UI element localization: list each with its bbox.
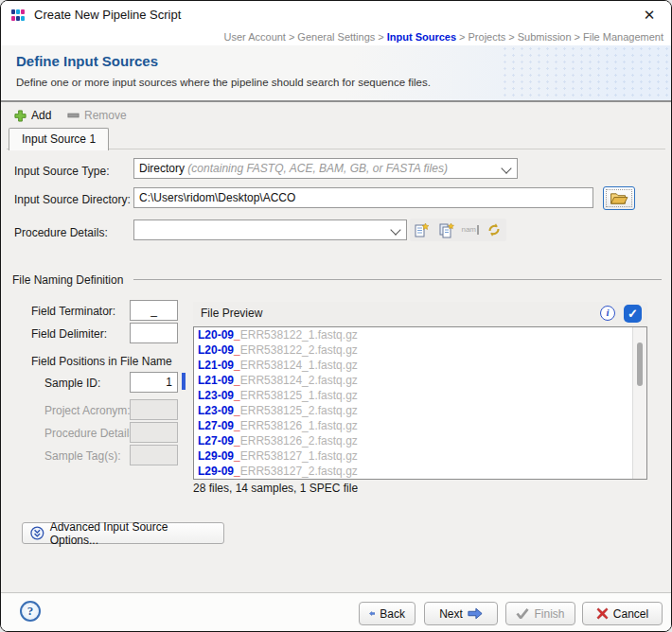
breadcrumb-item-current: Input Sources: [387, 31, 456, 43]
arrow-right-icon: [468, 607, 483, 620]
breadcrumb-separator: >: [378, 31, 383, 43]
breadcrumb-separator: >: [459, 31, 465, 43]
back-button-label: Back: [380, 607, 405, 621]
page-subtitle: Define one or more input sources where t…: [16, 77, 431, 88]
app-icon: [10, 8, 26, 23]
procedure-details-position-field: [130, 422, 178, 443]
file-row[interactable]: L20-09_ERR538122_1.fastq.gz: [194, 327, 646, 342]
combobox-value: Directory: [139, 162, 185, 175]
input-source-type-label: Input Source Type:: [14, 165, 110, 178]
help-icon[interactable]: ?: [20, 601, 41, 622]
tab-input-source-1[interactable]: Input Source 1: [9, 128, 109, 150]
title-bar: Create New Pipeline Script ✕: [1, 1, 671, 29]
file-row[interactable]: L27-09_ERR538126_2.fastq.gz: [194, 433, 646, 448]
cancel-button[interactable]: Cancel: [582, 602, 663, 625]
file-preview-checkbox[interactable]: ✓: [624, 305, 642, 323]
plus-icon: [14, 110, 27, 122]
copy-document-button[interactable]: [435, 220, 456, 239]
file-preview-title: File Preview: [201, 307, 262, 320]
file-row[interactable]: L21-09_ERR538124_2.fastq.gz: [194, 373, 646, 388]
arrow-left-icon: [369, 607, 375, 620]
breadcrumb-separator: >: [289, 31, 294, 43]
breadcrumb-separator: >: [508, 31, 514, 43]
breadcrumb-item: Projects: [469, 31, 506, 43]
field-positions-title: Field Positions in File Name: [31, 355, 172, 368]
breadcrumb-separator: >: [575, 31, 580, 43]
file-row[interactable]: L20-09_ERR538122_2.fastq.gz: [194, 342, 646, 358]
checkmark-icon: [516, 608, 529, 619]
breadcrumb-item: Submission: [518, 31, 572, 43]
input-source-directory-label: Input Source Directory:: [14, 193, 131, 206]
file-preview-list[interactable]: L20-09_ERR538122_1.fastq.gz L20-09_ERR53…: [193, 326, 647, 480]
add-button-label: Add: [31, 109, 51, 122]
rename-button[interactable]: nam: [460, 220, 481, 239]
page-title: Define Input Sources: [16, 53, 158, 69]
sample-id-field[interactable]: [130, 372, 178, 393]
next-button-label: Next: [439, 607, 463, 621]
breadcrumb-item: File Management: [583, 31, 663, 43]
procedure-details-position-label: Procedure Details:: [44, 427, 138, 440]
sample-id-label: Sample ID:: [44, 377, 100, 390]
procedure-details-toolbar: nam: [410, 219, 506, 241]
folder-open-icon: [610, 191, 628, 205]
input-source-type-combobox[interactable]: Directory (containing FASTQ, ACE, BAM, G…: [133, 158, 518, 179]
input-source-directory-field[interactable]: [133, 187, 593, 208]
sample-tags-field: [130, 445, 178, 465]
file-preview-status: 28 files, 14 samples, 1 SPEC file: [193, 482, 358, 495]
sample-id-focus-indicator: [182, 373, 186, 390]
field-terminator-label: Field Terminator:: [31, 305, 115, 318]
close-icon[interactable]: ✕: [633, 1, 665, 29]
file-row[interactable]: L21-09_ERR538124_1.fastq.gz: [194, 358, 646, 373]
back-button[interactable]: Back: [359, 602, 416, 625]
scrollbar[interactable]: [632, 327, 646, 479]
browse-directory-button[interactable]: [603, 186, 635, 210]
minus-icon: [67, 113, 80, 118]
file-row[interactable]: L29-09_ERR538127_2.fastq.gz: [194, 464, 646, 479]
finish-button-label: Finish: [534, 607, 564, 621]
info-icon[interactable]: i: [600, 306, 615, 321]
create-pipeline-dialog: Create New Pipeline Script ✕ User Accoun…: [0, 0, 672, 632]
copy-document-icon: [438, 222, 454, 238]
double-chevron-down-icon: [30, 526, 44, 540]
group-divider: [133, 279, 662, 280]
breadcrumb: User Account>General Settings>Input Sour…: [1, 29, 671, 45]
chevron-down-icon: [390, 224, 400, 235]
file-row[interactable]: L23-09_ERR538125_2.fastq.gz: [194, 403, 646, 418]
remove-button-label: Remove: [84, 109, 127, 122]
sample-tags-label: Sample Tag(s):: [44, 449, 120, 463]
advanced-options-button[interactable]: Advanced Input Source Options...: [22, 522, 224, 544]
refresh-button[interactable]: [484, 220, 504, 239]
project-acronym-label: Project Acronym:: [44, 404, 131, 417]
footer-bar: ? Back Next Finish Cancel: [1, 592, 671, 631]
header-decoration: [501, 45, 671, 100]
file-row[interactable]: L27-09_ERR538126_1.fastq.gz: [194, 418, 646, 433]
new-document-button[interactable]: [412, 220, 433, 239]
remove-button[interactable]: Remove: [67, 106, 127, 125]
chevron-down-icon: [501, 163, 511, 173]
procedure-details-label: Procedure Details:: [14, 226, 108, 239]
cancel-button-label: Cancel: [613, 607, 648, 621]
next-button[interactable]: Next: [424, 602, 498, 625]
breadcrumb-item: General Settings: [297, 31, 375, 43]
file-preview-header: File Preview i ✓: [193, 302, 647, 326]
wizard-header: Define Input Sources Define one or more …: [1, 45, 671, 102]
window-title: Create New Pipeline Script: [34, 1, 181, 29]
new-document-icon: [414, 222, 430, 238]
advanced-options-label: Advanced Input Source Options...: [50, 520, 216, 547]
breadcrumb-item: User Account: [224, 31, 286, 43]
cancel-x-icon: [596, 607, 609, 620]
field-delimiter-label: Field Delimiter:: [31, 327, 107, 341]
file-row[interactable]: L29-09_ERR538127_1.fastq.gz: [194, 448, 646, 464]
add-button[interactable]: Add: [14, 106, 51, 125]
finish-button: Finish: [505, 602, 575, 625]
rename-icon: nam: [461, 225, 479, 235]
project-acronym-field: [130, 399, 178, 420]
refresh-icon: [486, 222, 502, 237]
procedure-details-combobox[interactable]: [133, 219, 407, 240]
file-row[interactable]: L23-09_ERR538125_1.fastq.gz: [194, 388, 646, 403]
combobox-value-hint: (containing FASTQ, ACE, BAM, GB, or FAST…: [187, 162, 448, 175]
field-delimiter-field[interactable]: [130, 323, 178, 343]
file-naming-group-title: File Naming Definition: [12, 273, 123, 287]
field-terminator-field[interactable]: [130, 300, 178, 321]
scrollbar-thumb[interactable]: [637, 342, 643, 386]
